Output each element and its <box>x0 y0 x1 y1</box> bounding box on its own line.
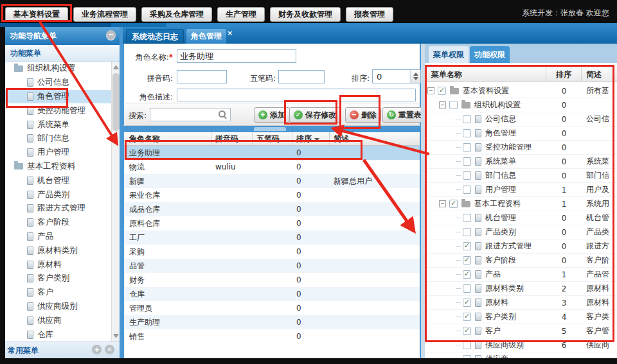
tab-menu-permissions[interactable]: 菜单权限 <box>429 46 469 63</box>
column-header-pinyin[interactable]: 拼音码 <box>211 132 253 145</box>
column-header-menu-desc[interactable]: 简述 <box>582 67 617 82</box>
permission-checkbox[interactable] <box>438 87 446 95</box>
role-row-0[interactable]: 业务助理0 <box>124 146 420 160</box>
permission-checkbox[interactable] <box>463 186 471 194</box>
permission-row-9[interactable]: 机台管理0机台管 <box>425 211 617 225</box>
permission-checkbox[interactable] <box>463 157 471 166</box>
permission-checkbox[interactable] <box>463 256 471 264</box>
permission-checkbox[interactable] <box>449 101 458 109</box>
scroll-up-icon[interactable] <box>113 65 119 69</box>
collapse-expander-icon[interactable] <box>439 101 446 108</box>
tab-function-permissions[interactable]: 功能权限 <box>470 46 510 63</box>
role-row-9[interactable]: 财务0 <box>124 273 420 287</box>
sidebar-item-5[interactable]: 部门信息 <box>5 132 111 146</box>
wubi-input[interactable] <box>278 70 325 83</box>
sidebar-scrollbar[interactable] <box>111 62 120 342</box>
permission-checkbox[interactable] <box>463 115 471 123</box>
permission-row-14[interactable]: 原材料类别2原材料 <box>425 282 617 296</box>
sidebar-item-13[interactable]: 原材料类别 <box>5 243 111 257</box>
permission-row-11[interactable]: 跟进方式管理0跟进方 <box>425 239 617 254</box>
search-icon[interactable] <box>219 110 228 119</box>
permission-row-0[interactable]: 基本资料设置0所有基 <box>425 84 617 98</box>
add-button[interactable]: +添加 <box>254 107 290 123</box>
role-name-input[interactable] <box>177 49 296 63</box>
scroll-down-icon[interactable] <box>113 334 119 338</box>
sidebar-item-19[interactable]: 仓库 <box>5 327 111 342</box>
permission-row-18[interactable]: 供应商级别6供应商 <box>425 338 617 352</box>
tab-role-management[interactable]: 角色管理 <box>186 29 226 44</box>
permission-checkbox[interactable] <box>463 341 471 349</box>
top-menu-item-4[interactable]: 财务及收款管理 <box>270 7 341 22</box>
permission-row-17[interactable]: 客户5客户管 <box>425 324 617 338</box>
column-header-menu-sort[interactable]: 排序 <box>546 67 582 82</box>
scrollbar-thumb[interactable] <box>112 73 120 131</box>
permission-row-8[interactable]: 基本工程资料1系统用 <box>425 197 617 211</box>
column-header-wubi[interactable]: 五笔码 <box>253 132 292 145</box>
spinner-up-icon[interactable] <box>413 73 418 76</box>
top-menu-item-1[interactable]: 业务流程管理 <box>73 7 136 22</box>
collapse-expander-icon[interactable] <box>439 200 446 207</box>
role-row-2[interactable]: 新疆0新疆总用户 <box>124 174 420 188</box>
permission-checkbox[interactable] <box>463 228 471 236</box>
column-header-sort[interactable]: 排序 <box>292 132 330 145</box>
permission-checkbox[interactable] <box>463 284 471 293</box>
sidebar-item-7[interactable]: 基本工程资料 <box>5 160 111 174</box>
permission-checkbox[interactable] <box>463 242 471 250</box>
top-menu-item-3[interactable]: 生产管理 <box>217 7 265 22</box>
sort-spinner[interactable]: 0 <box>372 69 421 83</box>
delete-button[interactable]: −删除 <box>345 107 381 123</box>
role-row-7[interactable]: 采购0 <box>124 245 420 259</box>
permission-row-15[interactable]: 原材料3原材料 <box>425 296 617 310</box>
permission-row-1[interactable]: 组织机构设置0 <box>425 98 617 112</box>
role-desc-input[interactable] <box>177 89 416 101</box>
role-row-5[interactable]: 原料仓库0 <box>124 216 420 230</box>
permission-checkbox[interactable] <box>463 171 471 180</box>
permission-row-7[interactable]: 用户管理1用户及 <box>425 183 617 197</box>
sidebar-item-2[interactable]: 角色管理 <box>5 90 111 104</box>
permission-checkbox[interactable] <box>463 313 471 321</box>
add-favorite-icon[interactable]: + <box>92 345 102 354</box>
sidebar-item-0[interactable]: 组织机构设置 <box>5 62 111 76</box>
permission-checkbox[interactable] <box>463 143 471 152</box>
permission-checkbox[interactable] <box>463 214 471 222</box>
permission-row-12[interactable]: 客户阶段0客户阶 <box>425 254 617 268</box>
permission-row-2[interactable]: 公司信息0公司信 <box>425 112 617 126</box>
permission-row-5[interactable]: 系统菜单0系统菜 <box>425 155 617 169</box>
pinyin-input[interactable] <box>177 70 227 83</box>
role-row-1[interactable]: 物流wuliu0 <box>124 160 420 174</box>
role-row-13[interactable]: 销售0 <box>124 329 420 343</box>
collapse-handle[interactable] <box>254 127 286 131</box>
sidebar-item-3[interactable]: 受控功能管理 <box>5 103 111 117</box>
sidebar-item-4[interactable]: 系统菜单 <box>5 117 111 132</box>
permission-row-13[interactable]: 产品1产品管 <box>425 268 617 282</box>
sidebar-item-10[interactable]: 跟进方式管理 <box>5 202 111 216</box>
column-header-name[interactable]: 角色名称 <box>124 132 211 145</box>
sidebar-item-12[interactable]: 产品 <box>5 230 111 244</box>
role-row-6[interactable]: 工厂0 <box>124 230 420 245</box>
permission-row-6[interactable]: 部门信息0部门信 <box>425 169 617 183</box>
remove-favorite-icon[interactable]: ✕ <box>105 345 114 354</box>
tab-system-log[interactable]: 系统动态日志 <box>126 29 184 44</box>
sidebar-item-14[interactable]: 原材料 <box>5 257 111 272</box>
spinner-down-icon[interactable] <box>413 77 418 80</box>
permission-checkbox[interactable] <box>449 200 458 208</box>
column-header-desc[interactable]: 简述 <box>330 132 420 145</box>
sidebar-item-15[interactable]: 客户类别 <box>5 272 111 286</box>
tab-close-icon[interactable]: × <box>227 29 233 37</box>
permission-checkbox[interactable] <box>463 327 471 335</box>
role-row-4[interactable]: 成品仓库0 <box>124 202 420 216</box>
sidebar-item-6[interactable]: 用户管理 <box>5 146 111 160</box>
top-menu-item-2[interactable]: 采购及仓库管理 <box>141 7 212 22</box>
permission-row-4[interactable]: 受控功能管理0 <box>425 141 617 155</box>
role-row-8[interactable]: 品管0 <box>124 259 420 273</box>
search-input[interactable] <box>150 108 219 121</box>
sidebar-item-9[interactable]: 产品类别 <box>5 187 111 202</box>
permission-row-16[interactable]: 客户类别4客户类 <box>425 310 617 324</box>
spinner-buttons[interactable] <box>410 70 420 83</box>
top-menu-item-0[interactable]: 基本资料设置 <box>5 7 68 22</box>
permission-row-3[interactable]: 角色管理0 <box>425 126 617 141</box>
save-button[interactable]: ✓保存修改 <box>289 107 341 123</box>
sidebar-item-11[interactable]: 客户阶段 <box>5 216 111 230</box>
collapse-expander-icon[interactable] <box>427 87 434 94</box>
role-row-3[interactable]: 果业仓库0 <box>124 188 420 202</box>
